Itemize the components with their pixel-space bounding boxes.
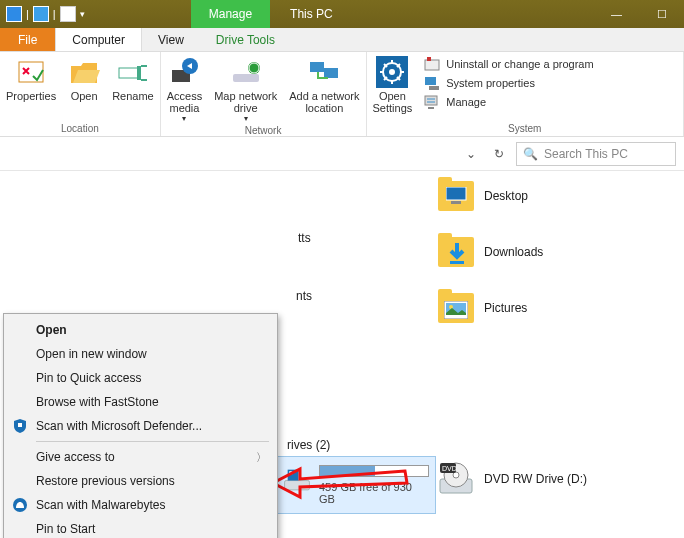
svg-rect-17 (425, 96, 437, 105)
defender-icon (12, 418, 28, 434)
window-title: This PC (290, 7, 333, 21)
rename-button[interactable]: Rename (106, 52, 160, 121)
properties-button[interactable]: Properties (0, 52, 62, 121)
file-tab[interactable]: File (0, 28, 55, 51)
menu-label: Scan with Microsoft Defender... (36, 419, 202, 433)
folder-downloads[interactable]: Downloads (438, 237, 543, 267)
map-drive-label: Map network drive (214, 90, 277, 114)
menu-open-new-window[interactable]: Open in new window (6, 342, 275, 366)
drive-free-text: 459 GB free of 930 GB (319, 481, 429, 505)
manage-label: Manage (446, 96, 486, 108)
svg-rect-13 (425, 60, 439, 70)
svg-rect-33 (18, 423, 22, 427)
ribbon-group-location: Properties Open Rename Location (0, 52, 161, 136)
window-controls: — ☐ (594, 0, 684, 28)
map-drive-button[interactable]: Map network drive▾ (208, 52, 283, 123)
search-placeholder: Search This PC (544, 147, 628, 161)
open-button[interactable]: Open (62, 52, 106, 121)
folder-icon (438, 237, 474, 267)
drive-c-item[interactable]: 459 GB free of 930 GB (276, 456, 436, 514)
menu-give-access[interactable]: Give access to 〉 (6, 445, 275, 469)
properties-label: Properties (6, 90, 56, 102)
svg-rect-1 (119, 68, 139, 78)
svg-point-12 (389, 69, 395, 75)
uninstall-program-button[interactable]: Uninstall or change a program (424, 56, 593, 72)
manage-button[interactable]: Manage (424, 94, 593, 110)
add-location-button[interactable]: Add a network location (283, 52, 365, 123)
svg-rect-18 (428, 107, 434, 109)
qat-separator-2: | (53, 8, 56, 20)
peek-fragment-1: tts (298, 231, 311, 245)
peek-fragment-2: nts (296, 289, 312, 303)
content-area: tts nts Desktop Downloads Pictures rives… (0, 171, 684, 538)
drive-usage-bar (319, 465, 429, 477)
quick-access-toolbar: | | ▾ (0, 6, 91, 22)
svg-rect-14 (427, 57, 431, 61)
minimize-button[interactable]: — (594, 0, 639, 28)
context-menu: Open Open in new window Pin to Quick acc… (3, 313, 278, 538)
menu-pin-start[interactable]: Pin to Start (6, 517, 275, 538)
drive-info: 459 GB free of 930 GB (319, 461, 429, 505)
folder-pictures[interactable]: Pictures (438, 293, 543, 323)
group-label-system: System (367, 121, 684, 136)
menu-scan-defender[interactable]: Scan with Microsoft Defender... (6, 414, 275, 438)
address-bar-row: ⌄ ↻ 🔍 Search This PC (0, 137, 684, 171)
folder-label: Desktop (484, 189, 528, 203)
svg-rect-20 (451, 201, 461, 204)
add-location-label: Add a network location (289, 90, 359, 114)
open-settings-button[interactable]: Open Settings (367, 52, 419, 121)
tab-computer[interactable]: Computer (55, 28, 142, 51)
search-icon: 🔍 (523, 147, 538, 161)
open-label: Open (71, 90, 98, 102)
system-properties-button[interactable]: System properties (424, 75, 593, 91)
svg-rect-16 (429, 86, 439, 90)
svg-rect-25 (285, 481, 310, 490)
drive-d-label: DVD RW Drive (D:) (484, 472, 587, 486)
menu-label: Scan with Malwarebytes (36, 498, 165, 512)
svg-rect-21 (450, 261, 464, 264)
drives-section-header[interactable]: rives (2) (287, 438, 330, 452)
system-properties-label: System properties (446, 77, 535, 89)
maximize-button[interactable]: ☐ (639, 0, 684, 28)
svg-rect-9 (324, 68, 338, 78)
folder-icon (438, 181, 474, 211)
drive-d-item[interactable]: DVD DVD RW Drive (D:) (438, 461, 587, 497)
system-list: Uninstall or change a program System pro… (418, 52, 599, 121)
qat-icon-2[interactable] (33, 6, 49, 22)
menu-browse-faststone[interactable]: Browse with FastStone (6, 390, 275, 414)
contextual-tab-manage[interactable]: Manage (191, 0, 270, 28)
menu-restore-versions[interactable]: Restore previous versions (6, 469, 275, 493)
qat-explorer-icon[interactable] (6, 6, 22, 22)
uninstall-label: Uninstall or change a program (446, 58, 593, 70)
menu-pin-quick-access[interactable]: Pin to Quick access (6, 366, 275, 390)
folder-label: Pictures (484, 301, 527, 315)
refresh-button[interactable]: ↻ (488, 143, 510, 165)
ribbon: Properties Open Rename Location Access m… (0, 52, 684, 137)
search-input[interactable]: 🔍 Search This PC (516, 142, 676, 166)
access-media-button[interactable]: Access media▾ (161, 52, 208, 123)
tab-view[interactable]: View (142, 28, 200, 51)
folder-desktop[interactable]: Desktop (438, 181, 543, 211)
rename-label: Rename (112, 90, 154, 102)
svg-rect-8 (310, 62, 324, 72)
qat-separator: | (26, 8, 29, 20)
menu-open[interactable]: Open (6, 318, 275, 342)
address-dropdown-button[interactable]: ⌄ (460, 143, 482, 165)
menu-scan-malwarebytes[interactable]: Scan with Malwarebytes (6, 493, 275, 517)
ribbon-group-system: Open Settings Uninstall or change a prog… (367, 52, 685, 136)
qat-page-icon[interactable] (60, 6, 76, 22)
folder-icon (438, 293, 474, 323)
svg-rect-27 (289, 471, 292, 474)
group-label-network: Network (161, 123, 366, 138)
svg-rect-19 (446, 187, 466, 200)
ribbon-group-network: Access media▾ Map network drive▾ Add a n… (161, 52, 367, 136)
chevron-down-icon[interactable]: ▾ (80, 9, 85, 19)
svg-rect-2 (137, 66, 141, 80)
svg-point-6 (248, 62, 260, 74)
dvd-drive-icon: DVD (438, 461, 474, 497)
submenu-arrow-icon: 〉 (256, 450, 267, 465)
tab-drive-tools[interactable]: Drive Tools (200, 28, 291, 51)
menu-separator (36, 441, 269, 442)
group-label-location: Location (0, 121, 160, 136)
svg-rect-0 (19, 62, 43, 82)
